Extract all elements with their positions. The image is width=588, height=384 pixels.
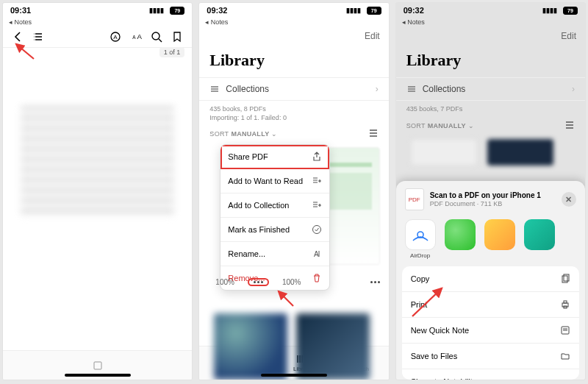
svg-text:A: A [133, 35, 137, 40]
svg-text:A: A [114, 34, 118, 40]
sort-label: SORT [406, 122, 426, 129]
status-bar: 09:32 ▮▮▮▮ 79 [396, 3, 585, 18]
share-sheet: PDF Scan to a PDF on your iPhone 1 PDF D… [396, 181, 585, 380]
bookmark-icon[interactable] [171, 31, 183, 43]
menu-label: Add to Collection [228, 201, 289, 210]
app-airdrop[interactable]: AirDrop [405, 219, 436, 259]
search-icon[interactable] [151, 31, 162, 43]
menu-label: Mark as Finished [228, 225, 290, 234]
menu-mark-finished[interactable]: Mark as Finished [220, 218, 329, 242]
svg-rect-5 [94, 362, 101, 369]
action-print[interactable]: Print [402, 292, 579, 318]
reader-toolbar: A AA [3, 26, 192, 48]
chevron-down-icon: ⌄ [271, 130, 277, 138]
nav-bar: Edit [396, 26, 585, 46]
collections-label: Collections [226, 84, 269, 94]
share-doc-subtitle: PDF Document · 711 KB [430, 200, 541, 208]
action-quick-note[interactable]: New Quick Note [402, 318, 579, 344]
markup-icon[interactable] [92, 360, 104, 371]
action-label: Copy [411, 274, 430, 283]
list-add-icon [312, 176, 322, 186]
action-label: Share to Notability [411, 377, 477, 380]
book-cover[interactable] [214, 313, 287, 380]
screen-3-share-sheet: 09:32 ▮▮▮▮ 79 ◂ Notes Edit Library Colle… [396, 3, 585, 380]
book-covers [214, 313, 370, 380]
chevron-right-icon: › [572, 84, 575, 94]
library-stats: 435 books, 8 PDFs Importing: 1 of 1. Fai… [199, 101, 388, 122]
menu-label: Add to Want to Read [228, 177, 303, 185]
close-icon[interactable]: ✕ [562, 192, 576, 207]
pencil-icon [560, 377, 570, 380]
action-copy[interactable]: Copy [402, 266, 579, 292]
edit-button[interactable]: Edit [561, 31, 576, 41]
more-button[interactable] [248, 278, 269, 286]
menu-share-pdf[interactable]: Share PDF [220, 145, 329, 169]
action-notability[interactable]: Share to Notability [402, 369, 579, 380]
annotation-arrow [274, 288, 299, 309]
action-save-files[interactable]: Save to Files [402, 344, 579, 369]
view-toggle-icon[interactable] [564, 120, 575, 132]
svg-rect-10 [562, 276, 567, 282]
svg-point-4 [152, 32, 159, 40]
app-generic-2[interactable] [524, 219, 555, 259]
collections-row[interactable]: Collections › [199, 77, 388, 101]
sort-row[interactable]: SORT MANUALLY ⌄ [199, 122, 388, 144]
battery-icon: 79 [170, 7, 184, 15]
menu-want-to-read[interactable]: Add to Want to Read [220, 169, 329, 193]
svg-text:A: A [137, 32, 142, 40]
action-label: Print [411, 300, 428, 309]
chevron-right-icon: › [376, 84, 379, 94]
battery-icon: 79 [563, 7, 578, 15]
book-cover[interactable] [487, 139, 553, 166]
airdrop-icon [405, 219, 436, 250]
share-sheet-header: PDF Scan to a PDF on your iPhone 1 PDF D… [396, 181, 585, 216]
page-title: Library [199, 46, 388, 77]
library-body: Share PDF Add to Want to Read Add to Col… [199, 144, 388, 346]
menu-rename[interactable]: Rename... A [220, 242, 329, 266]
status-bar: 09:32 ▮▮▮▮ 79 [199, 3, 388, 18]
edit-button[interactable]: Edit [365, 31, 380, 41]
progress-right: 100% [282, 278, 301, 286]
more-button-2[interactable] [370, 281, 380, 283]
progress-row: 100% 100% [215, 278, 379, 286]
theme-icon[interactable]: A [110, 31, 121, 43]
sort-row[interactable]: SORT MANUALLY ⌄ [396, 114, 585, 136]
menu-label: Rename... [228, 249, 265, 258]
app-icon [524, 219, 555, 250]
toc-icon[interactable] [32, 31, 44, 43]
menu-label: Share PDF [228, 152, 268, 161]
note-icon [560, 325, 570, 335]
status-bar: 09:31 ▮▮▮▮ 79 [3, 3, 192, 18]
context-menu: Share PDF Add to Want to Read Add to Col… [220, 144, 330, 291]
svg-text:A: A [314, 250, 319, 258]
svg-point-6 [313, 226, 321, 234]
book-cover[interactable] [296, 313, 370, 380]
wechat-icon [445, 219, 476, 250]
share-icon [312, 152, 322, 162]
book-cover[interactable] [411, 139, 477, 166]
view-toggle-icon[interactable] [368, 128, 379, 140]
font-size-icon[interactable]: AA [130, 31, 142, 43]
folder-icon [560, 351, 570, 361]
menu-add-collection[interactable]: Add to Collection [220, 193, 329, 218]
back-to-notes[interactable]: ◂ Notes [396, 18, 585, 26]
stats-count: 435 books, 8 PDFs [209, 105, 378, 114]
screen-1-reader: 09:31 ▮▮▮▮ 79 ◂ Notes A AA [3, 3, 192, 380]
screen-2-library-context: 09:32 ▮▮▮▮ 79 ◂ Notes Edit Library Colle… [199, 3, 388, 380]
back-to-notes[interactable]: ◂ Notes [199, 18, 388, 26]
app-generic-1[interactable] [484, 219, 515, 259]
stats-import: Importing: 1 of 1. Failed: 0 [209, 114, 378, 123]
share-apps-row: AirDrop [396, 216, 585, 266]
back-icon[interactable] [12, 31, 24, 43]
nav-bar: Edit [199, 26, 388, 46]
status-right: ▮▮▮▮ 79 [149, 7, 184, 15]
sort-label: SORT [209, 130, 229, 138]
chevron-down-icon: ⌄ [468, 122, 474, 129]
collections-row[interactable]: Collections › [396, 77, 585, 101]
page-title: Library [396, 46, 585, 77]
app-wechat[interactable] [445, 219, 476, 259]
rename-icon: A [312, 249, 322, 259]
library-stats: 435 books, 7 PDFs [396, 101, 585, 114]
back-to-notes[interactable]: ◂ Notes [3, 18, 192, 26]
home-indicator [261, 374, 327, 377]
